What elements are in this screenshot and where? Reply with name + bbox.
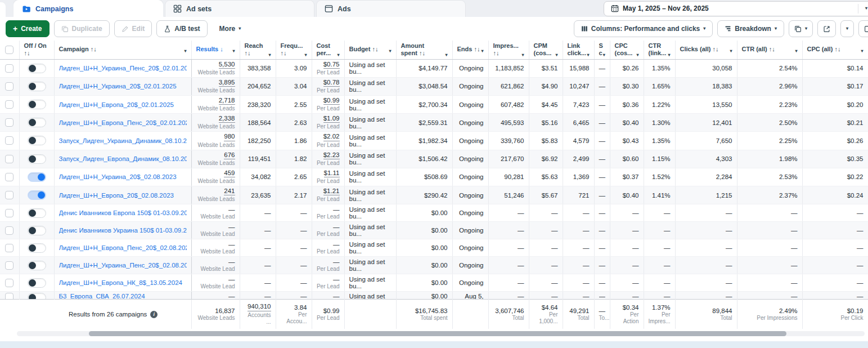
row-checkbox[interactable] bbox=[5, 261, 14, 270]
header-ctr_all[interactable]: CTR (all) ↑↓▾ bbox=[737, 41, 802, 59]
cell-ends: Ongoing bbox=[457, 65, 484, 72]
campaign-toggle[interactable] bbox=[28, 100, 46, 109]
campaign-link[interactable]: Лидген_Ш+Н_Европа_НК_8$_13.05.2024 bbox=[59, 279, 187, 286]
select-all-checkbox[interactable] bbox=[5, 46, 14, 54]
campaign-link[interactable]: Денис Иванников Европа 150$ 01-03.09.202… bbox=[59, 209, 187, 216]
campaign-link[interactable]: Лидген_Ш+Н_Европа_Пенс_20$_02.08.2023 bbox=[59, 244, 187, 251]
header-ctr[interactable]: CTR(link...▾ bbox=[644, 41, 675, 59]
row-checkbox[interactable] bbox=[5, 209, 14, 217]
campaign-toggle[interactable] bbox=[28, 172, 46, 182]
header-toggle[interactable]: Off / On↑↓ bbox=[19, 41, 54, 59]
horizontal-scrollbar[interactable] bbox=[17, 331, 865, 336]
header-freq[interactable]: Frequ...↑↓▾ bbox=[276, 41, 312, 59]
column-menu-caret[interactable]: ▾ bbox=[445, 53, 447, 57]
column-menu-caret[interactable]: ▾ bbox=[587, 53, 589, 57]
header-select[interactable] bbox=[0, 41, 19, 59]
campaign-toggle[interactable] bbox=[28, 226, 46, 235]
campaign-toggle[interactable] bbox=[28, 261, 46, 270]
create-button[interactable]: + Create bbox=[6, 20, 50, 37]
cell-reach: — bbox=[245, 293, 271, 299]
columns-button[interactable]: Columns: Performance and clicks ▾ bbox=[574, 20, 713, 37]
tab-campaigns[interactable]: Campaigns bbox=[14, 0, 163, 17]
reports-button[interactable]: ▾ bbox=[789, 20, 813, 37]
column-menu-caret[interactable]: ▾ bbox=[730, 49, 732, 53]
header-ends[interactable]: Ends ↑↓▾ bbox=[452, 41, 488, 59]
row-checkbox[interactable] bbox=[5, 226, 14, 235]
campaign-toggle[interactable] bbox=[28, 208, 46, 218]
export-options-button[interactable]: ▾ bbox=[840, 20, 854, 37]
clipped-edge-button[interactable] bbox=[858, 20, 868, 37]
campaign-toggle[interactable] bbox=[28, 154, 46, 164]
column-menu-caret[interactable]: ▾ bbox=[304, 53, 307, 57]
cell-ends: Ongoing bbox=[457, 101, 484, 108]
info-icon[interactable]: i bbox=[150, 311, 158, 318]
campaign-link[interactable]: Б3_Европа_СВА_26.07.2024 bbox=[59, 293, 187, 299]
campaign-toggle[interactable] bbox=[28, 190, 46, 200]
header-cpc[interactable]: CPC(cos...▾ bbox=[610, 41, 644, 59]
row-checkbox[interactable] bbox=[5, 191, 14, 199]
header-results[interactable]: Results ↓▾ bbox=[191, 41, 240, 59]
campaign-toggle[interactable] bbox=[28, 118, 46, 127]
header-reach[interactable]: Reach↑↓▾ bbox=[240, 41, 276, 59]
campaign-link[interactable]: Лидген_Ш+Н_Украина_20$_02.01.2025 bbox=[59, 83, 187, 90]
row-checkbox[interactable] bbox=[5, 173, 14, 181]
header-link_clicks[interactable]: Linkclick...▾ bbox=[563, 41, 594, 59]
header-name[interactable]: Campaign ↑↓▾ bbox=[54, 41, 191, 59]
column-menu-caret[interactable]: ▾ bbox=[521, 53, 524, 57]
column-menu-caret[interactable]: ▾ bbox=[861, 49, 863, 53]
column-menu-caret[interactable]: ▾ bbox=[636, 53, 638, 57]
column-menu-caret[interactable]: ▾ bbox=[268, 53, 271, 57]
column-menu-caret[interactable]: ▾ bbox=[184, 49, 186, 53]
campaign-toggle[interactable] bbox=[28, 64, 46, 73]
row-checkbox[interactable] bbox=[5, 279, 14, 287]
campaign-link[interactable]: Лидген_Ш+Н_Европа_20$_02.08.2023 bbox=[59, 192, 187, 199]
campaign-link[interactable]: Лидген_Ш+Н_Украина_Пенс_20$_02.08.2023 bbox=[59, 262, 187, 269]
scrollbar-thumb[interactable] bbox=[89, 331, 786, 336]
campaign-toggle[interactable] bbox=[28, 136, 46, 145]
header-s[interactable]: Sc▾ bbox=[594, 41, 610, 59]
column-menu-caret[interactable]: ▾ bbox=[389, 49, 391, 53]
edit-button[interactable]: Edit bbox=[114, 20, 152, 37]
column-menu-caret[interactable]: ▾ bbox=[232, 49, 235, 53]
header-impr[interactable]: Impres...↑↓▾ bbox=[488, 41, 529, 59]
row-checkbox[interactable] bbox=[5, 244, 14, 252]
more-button[interactable]: More ▾ bbox=[212, 20, 249, 37]
header-clicks_all[interactable]: Clicks (all) ↑↓▾ bbox=[675, 41, 737, 59]
duplicate-button[interactable]: Duplicate bbox=[54, 20, 110, 37]
campaign-toggle[interactable] bbox=[28, 293, 46, 299]
row-checkbox[interactable] bbox=[5, 155, 14, 163]
header-cost[interactable]: Costper...▾ bbox=[312, 41, 344, 59]
column-menu-caret[interactable]: ▾ bbox=[337, 53, 339, 57]
campaign-link[interactable]: Запуск_Лидген_Европа_Динамик_08.10.2025 bbox=[59, 155, 187, 162]
column-menu-caret[interactable]: ▾ bbox=[555, 53, 557, 57]
ab-test-button[interactable]: A/B test bbox=[156, 20, 207, 37]
header-cpm[interactable]: CPM(cos...▾ bbox=[529, 41, 563, 59]
header-cpc_all[interactable]: CPC (all) ↑↓▾ bbox=[802, 41, 868, 59]
row-checkbox[interactable] bbox=[5, 118, 14, 127]
export-button[interactable] bbox=[817, 20, 836, 37]
campaign-link[interactable]: Запуск_Лидген_Украина_Динамик_08.10.20..… bbox=[59, 137, 187, 144]
date-range-button[interactable]: May 1, 2025 – Nov 26, 2025 ▾ bbox=[604, 1, 868, 16]
column-menu-caret[interactable]: ▾ bbox=[603, 53, 605, 57]
row-checkbox[interactable] bbox=[5, 82, 14, 91]
campaign-link[interactable]: Лидген_Ш+Н_Европа_20$_02.01.2025 bbox=[59, 101, 187, 108]
column-menu-caret[interactable]: ▾ bbox=[795, 49, 797, 53]
campaign-toggle[interactable] bbox=[28, 278, 46, 288]
column-menu-caret[interactable]: ▾ bbox=[668, 53, 670, 57]
campaign-toggle[interactable] bbox=[28, 82, 46, 91]
header-spent[interactable]: Amountspent ↑↓▾ bbox=[396, 41, 452, 59]
campaign-link[interactable]: Денис Иванников Украина 150$ 01-03.09.20… bbox=[59, 227, 187, 234]
campaign-link[interactable]: Лидген_Ш+Н_Украина_Пенс_20$_02.01.2025 bbox=[59, 65, 187, 72]
tab-ads[interactable]: Ads bbox=[316, 0, 466, 17]
column-menu-caret[interactable]: ▾ bbox=[481, 49, 483, 53]
row-checkbox[interactable] bbox=[5, 64, 14, 73]
tab-ad-sets[interactable]: Ad sets bbox=[165, 0, 314, 17]
campaign-link[interactable]: Лидген_Ш+Н_Европа_Пенс_20$_02.01.2025 bbox=[59, 119, 187, 126]
campaign-toggle[interactable] bbox=[28, 243, 46, 253]
row-checkbox[interactable] bbox=[5, 100, 14, 109]
campaign-link[interactable]: Лидген_Ш+Н_Украина_20$_02.08.2023 bbox=[59, 173, 187, 180]
row-checkbox[interactable] bbox=[5, 136, 14, 145]
row-checkbox[interactable] bbox=[5, 293, 14, 299]
breakdown-button[interactable]: Breakdown ▾ bbox=[717, 20, 784, 37]
header-budget[interactable]: Budget ↑↓▾ bbox=[344, 41, 396, 59]
